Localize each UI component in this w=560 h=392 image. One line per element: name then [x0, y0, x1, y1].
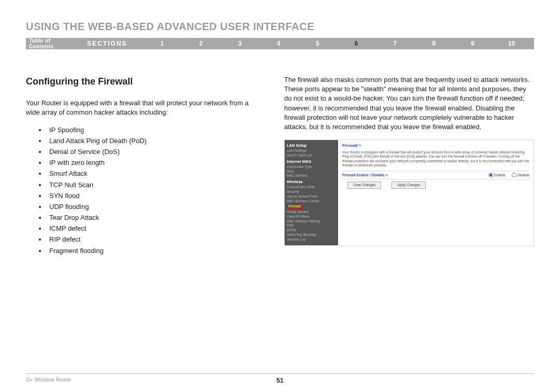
firewall-title: Firewall > — [342, 143, 529, 148]
firewall-enable-row: Firewall Enable / Disable > Enable Disab… — [342, 171, 529, 179]
section-link-10[interactable]: 10 — [492, 40, 531, 47]
right-paragraph: The firewall also masks common ports tha… — [284, 75, 534, 132]
sidebar-item: Security Log — [287, 237, 336, 242]
sidebar-head-lan: LAN Setup — [287, 143, 336, 148]
sidebar-head-wan: Internet WAN — [287, 159, 336, 164]
section-link-3[interactable]: 3 — [220, 40, 259, 47]
section-link-9[interactable]: 9 — [453, 40, 492, 47]
router-ui-screenshot: LAN Setup LAN Settings DHCP Client List … — [284, 139, 534, 246]
section-heading: Configuring the Firewall — [26, 75, 263, 88]
sidebar-item: WAN Ping Blocking — [287, 233, 336, 237]
list-item: RIP defect — [47, 235, 263, 244]
list-item: Land Attack Ping of Death (PoD) — [47, 136, 263, 146]
sections-label: SECTIONS — [87, 40, 127, 47]
sidebar-item: MAC Address Filtering — [287, 219, 336, 223]
right-column: The firewall also masks common ports tha… — [284, 75, 534, 257]
clear-changes-button: Clear Changes — [347, 181, 381, 189]
button-row: Clear Changes Apply Changes — [347, 181, 529, 189]
sidebar-item: Connection Type — [287, 165, 336, 169]
enable-label: Enable — [494, 173, 506, 177]
chapter-title: USING THE WEB-BASED ADVANCED USER INTERF… — [26, 21, 534, 33]
sidebar-item: DNS — [287, 170, 336, 174]
table-of-contents-link[interactable]: Table of Contents — [29, 38, 77, 49]
sidebar-item: Use as Access Point — [287, 194, 336, 199]
section-link-1[interactable]: 1 — [143, 40, 181, 47]
section-link-4[interactable]: 4 — [259, 40, 298, 47]
disable-label: Disable — [517, 173, 529, 177]
section-link-8[interactable]: 8 — [414, 40, 453, 47]
list-item: UDP flooding — [47, 202, 263, 212]
sidebar-item: Channel and SSID — [287, 185, 336, 189]
list-item: ICMP defect — [47, 224, 263, 233]
sidebar-item: MAC Address Control — [287, 199, 336, 203]
sidebar-item-firewall: Firewall — [287, 204, 302, 209]
left-column: Configuring the Firewall Your Router is … — [26, 75, 263, 257]
page-footer: G+ Wireless Router 51 — [26, 373, 534, 383]
sidebar-head-wireless: Wireless — [287, 179, 336, 184]
radio-on-icon — [488, 173, 493, 177]
list-item: Smurf Attack — [47, 169, 263, 178]
list-item: Denial of Service (DoS) — [47, 147, 263, 157]
disable-radio: Disable — [512, 173, 529, 177]
list-item: Tear Drop Attack — [47, 213, 263, 222]
sidebar-item: Client IP Filters — [287, 215, 336, 219]
sidebar-item: LAN Settings — [287, 149, 336, 153]
radio-off-icon — [512, 173, 516, 177]
router-main: Firewall > Your Router is equipped with … — [338, 140, 534, 245]
page-number: 51 — [276, 377, 283, 384]
section-link-6[interactable]: 6 — [337, 40, 376, 47]
list-item: Fragment flooding — [47, 246, 263, 256]
sidebar-item: Security — [287, 190, 336, 194]
sidebar-item: Virtual Servers — [287, 210, 336, 214]
sidebar-item: DDNS — [287, 228, 336, 232]
intro-text: Your Router is equipped with a firewall … — [26, 99, 263, 117]
list-item: IP with zero length — [47, 158, 263, 167]
sections-bar: Table of Contents SECTIONS 1 2 3 4 5 6 7… — [26, 38, 534, 49]
attacks-list: IP Spoofing Land Attack Ping of Death (P… — [26, 125, 263, 256]
section-link-2[interactable]: 2 — [181, 40, 220, 47]
list-item: SYN flood — [47, 191, 263, 201]
list-item: IP Spoofing — [47, 125, 263, 135]
section-link-5[interactable]: 5 — [298, 40, 337, 47]
sidebar-item: DMZ — [287, 223, 336, 228]
sidebar-item: MAC Address — [287, 174, 336, 178]
apply-changes-button: Apply Changes — [391, 181, 426, 189]
firewall-desc: Your Router is equipped with a firewall … — [342, 150, 529, 168]
router-sidebar: LAN Setup LAN Settings DHCP Client List … — [285, 140, 338, 245]
firewall-enable-label: Firewall Enable / Disable > — [342, 173, 488, 177]
list-item: TCP Null Scan — [47, 180, 263, 190]
sidebar-item: DHCP Client List — [287, 153, 336, 158]
enable-radio: Enable — [488, 173, 506, 177]
section-link-7[interactable]: 7 — [376, 40, 415, 47]
